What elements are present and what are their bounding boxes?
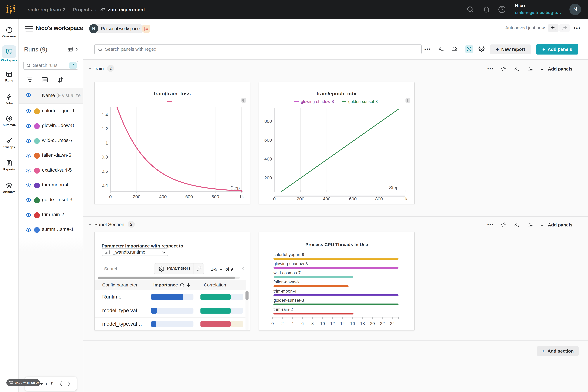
svg-text:2: 2: [281, 321, 284, 326]
svg-text:: -: : -: [174, 99, 178, 104]
svg-text:1.4: 1.4: [102, 112, 108, 117]
svg-text:24: 24: [390, 321, 395, 326]
svg-text:1k: 1k: [403, 196, 408, 201]
svg-text:glowing-shadow-8: glowing-shadow-8: [301, 99, 334, 104]
svg-text:6: 6: [301, 321, 304, 326]
svg-text:12: 12: [330, 321, 335, 326]
svg-text:10: 10: [320, 321, 325, 326]
svg-text:0: 0: [109, 194, 112, 199]
svg-text:20: 20: [370, 321, 375, 326]
svg-text:400: 400: [323, 196, 331, 201]
svg-text:800: 800: [264, 119, 272, 124]
svg-text:14: 14: [340, 321, 345, 326]
svg-text:200: 200: [297, 196, 304, 201]
svg-text:glowing-shadow-8: glowing-shadow-8: [273, 261, 308, 266]
svg-text:colorful-yogurt-9: colorful-yogurt-9: [273, 252, 304, 257]
svg-text:trim-rain-2: trim-rain-2: [273, 307, 293, 312]
svg-text:1: 1: [105, 140, 108, 146]
svg-text:400: 400: [264, 156, 272, 162]
svg-text:400: 400: [159, 194, 167, 199]
svg-text:0.4: 0.4: [102, 182, 108, 188]
svg-text:200: 200: [133, 194, 140, 199]
svg-text:800: 800: [211, 194, 219, 199]
svg-text:1k: 1k: [239, 194, 244, 199]
svg-text:wild-cosmos-7: wild-cosmos-7: [273, 270, 301, 275]
svg-text:trim-moon-4: trim-moon-4: [273, 289, 296, 294]
svg-text:0: 0: [273, 196, 276, 201]
svg-text:4: 4: [291, 321, 294, 326]
svg-text:600: 600: [349, 196, 357, 201]
svg-text:0.8: 0.8: [102, 154, 108, 160]
svg-text:golden-sunset-3: golden-sunset-3: [348, 99, 378, 104]
svg-text:8: 8: [311, 321, 314, 326]
svg-text:16: 16: [350, 321, 355, 326]
svg-text:800: 800: [375, 196, 383, 201]
svg-text:1.2: 1.2: [102, 126, 108, 131]
svg-text:Process CPU Threads In Use: Process CPU Threads In Use: [305, 242, 368, 247]
svg-text:fallen-dawn-6: fallen-dawn-6: [273, 280, 299, 284]
svg-text:0.6: 0.6: [102, 168, 108, 174]
svg-text:Step: Step: [389, 185, 398, 190]
svg-text:18: 18: [360, 321, 365, 326]
svg-text:train/epoch_ndx: train/epoch_ndx: [317, 90, 357, 96]
svg-text:22: 22: [380, 321, 385, 326]
svg-text:train/train_loss: train/train_loss: [154, 90, 191, 96]
svg-text:600: 600: [185, 194, 193, 199]
svg-text:golden-sunset-3: golden-sunset-3: [273, 298, 304, 302]
svg-text:Step: Step: [230, 185, 240, 190]
svg-text:600: 600: [264, 138, 272, 142]
svg-text:0: 0: [271, 321, 274, 326]
svg-text:200: 200: [264, 175, 272, 180]
